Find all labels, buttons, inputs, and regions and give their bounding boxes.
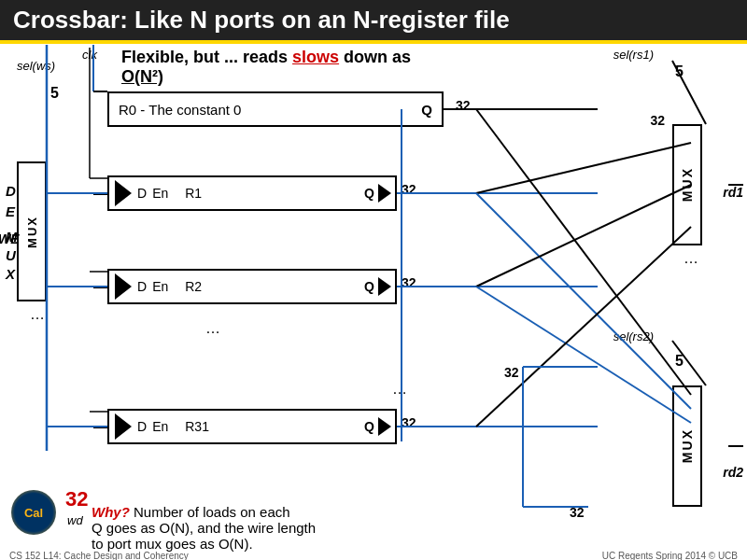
svg-line-17 bbox=[476, 227, 691, 427]
r31-q-arrow bbox=[378, 417, 391, 436]
bottom-wd: wd bbox=[67, 513, 83, 527]
register-r0: R0 - The constant 0 Q bbox=[107, 91, 444, 127]
r1-q-arrow bbox=[378, 184, 391, 203]
svg-line-13 bbox=[476, 143, 691, 193]
num32-mux1-top: 32 bbox=[650, 113, 665, 128]
label-U: U bbox=[6, 247, 16, 263]
footer-right: UC Regents Spring 2014 © UCB bbox=[602, 551, 738, 560]
r2-q-arrow bbox=[378, 277, 391, 296]
register-r1: D En R1 Q bbox=[107, 175, 397, 211]
r0-q: Q bbox=[421, 102, 432, 118]
r1-en: En bbox=[152, 186, 168, 201]
num32-r1: 32 bbox=[402, 182, 416, 197]
r1-q: Q bbox=[364, 186, 374, 201]
flexible-text: Flexible, but ... reads slows down as O(… bbox=[121, 48, 411, 87]
clk-label: clk bbox=[82, 48, 97, 62]
r2-name: R2 bbox=[185, 279, 202, 294]
dots-left: … bbox=[30, 306, 45, 323]
dots-middle1: … bbox=[205, 320, 220, 337]
bottom-text3: to port mux goes as O(N). bbox=[92, 536, 253, 552]
svg-line-16 bbox=[476, 287, 691, 423]
r2-d: D bbox=[137, 279, 147, 294]
selrs2-label: sel(rs2) bbox=[613, 329, 654, 343]
bottom-text-block: Why? Number of loads on each Q goes as O… bbox=[92, 504, 560, 552]
r31-triangle bbox=[115, 413, 132, 440]
num32-bot2: 32 bbox=[570, 505, 585, 520]
num32-bot1: 32 bbox=[504, 365, 519, 380]
bottom-text2: Q goes as O(N), and the wire length bbox=[92, 520, 316, 536]
r1-d: D bbox=[137, 186, 147, 201]
mux-we: MUX bbox=[17, 161, 47, 301]
r31-en: En bbox=[152, 419, 168, 434]
mux-rs1: MUX bbox=[672, 124, 702, 245]
label-M: M bbox=[6, 229, 18, 245]
rd1-label: rd1 bbox=[723, 185, 743, 200]
r0-label: R0 - The constant 0 bbox=[119, 102, 241, 118]
num32-r31: 32 bbox=[402, 415, 416, 430]
bottom-32: 32 bbox=[65, 487, 88, 511]
r2-q: Q bbox=[364, 279, 374, 294]
r31-name: R31 bbox=[185, 419, 209, 434]
register-r31: D En R31 Q bbox=[107, 409, 397, 444]
why-label: Why? bbox=[92, 504, 130, 520]
rd2-label: rd2 bbox=[723, 465, 743, 480]
page-title: Crossbar: Like N ports on an N-register … bbox=[0, 0, 747, 40]
selws-label: sel(ws) bbox=[17, 59, 55, 73]
slows-word: slows bbox=[292, 48, 339, 66]
svg-line-18 bbox=[476, 109, 691, 395]
flex-line2: O(N²) bbox=[121, 67, 163, 86]
dots-middle2: … bbox=[392, 381, 407, 398]
mux-rs1-label: MUX bbox=[680, 167, 695, 202]
num32-r0: 32 bbox=[456, 98, 471, 113]
cal-logo: Cal bbox=[11, 490, 56, 535]
num5-left: 5 bbox=[50, 85, 59, 102]
r1-triangle bbox=[115, 180, 132, 206]
yellow-divider bbox=[0, 40, 747, 44]
num5-rs1: 5 bbox=[675, 63, 684, 80]
num32-r2: 32 bbox=[402, 275, 416, 290]
label-D: D bbox=[6, 183, 16, 199]
bottom-text1: Number of loads on each bbox=[130, 504, 290, 520]
num5-rs2: 5 bbox=[675, 353, 684, 370]
svg-line-15 bbox=[476, 185, 691, 287]
label-E: E bbox=[6, 203, 15, 219]
mux-rs2: MUX bbox=[672, 385, 702, 507]
mux-we-label: MUX bbox=[25, 216, 39, 248]
mux-rs2-label: MUX bbox=[680, 428, 695, 463]
r2-en: En bbox=[152, 279, 168, 294]
r1-name: R1 bbox=[185, 186, 202, 201]
r31-d: D bbox=[137, 419, 147, 434]
dots-mux1: … bbox=[684, 250, 698, 267]
register-r2: D En R2 Q bbox=[107, 269, 397, 304]
footer-left: CS 152 L14: Cache Design and Coherency bbox=[9, 551, 189, 560]
selrs1-label: sel(rs1) bbox=[613, 48, 654, 62]
r2-triangle bbox=[115, 273, 132, 300]
label-X: X bbox=[6, 266, 15, 282]
r31-q: Q bbox=[364, 419, 374, 434]
flex-line1: Flexible, but ... reads slows down as bbox=[121, 48, 411, 66]
